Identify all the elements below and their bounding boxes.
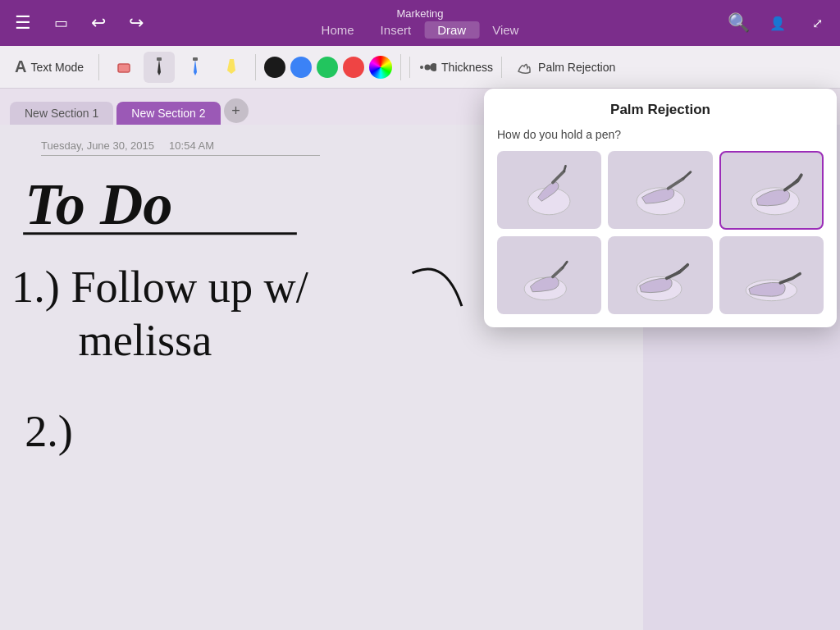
- app-name: Marketing: [308, 7, 532, 20]
- color-blue[interactable]: [290, 57, 312, 78]
- text-mode-button[interactable]: A Text Mode: [8, 54, 90, 80]
- undo-icon[interactable]: ↩: [85, 12, 112, 34]
- color-wheel[interactable]: [369, 56, 392, 79]
- separator-1: [98, 54, 99, 80]
- expand-icon[interactable]: ⤢: [804, 16, 830, 31]
- sidebar-icon[interactable]: ▭: [48, 14, 74, 32]
- grip-option-6[interactable]: [719, 236, 824, 315]
- svg-rect-2: [193, 57, 198, 61]
- highlighter-tool[interactable]: [216, 52, 247, 83]
- svg-text:1.)  Follow up w/: 1.) Follow up w/: [11, 262, 309, 312]
- svg-point-5: [430, 63, 436, 71]
- nav-tab-home[interactable]: Home: [308, 21, 368, 39]
- nav-right-icons: 🔍 👤 ⤢: [725, 12, 830, 34]
- top-nav-bar: ☰ ▭ ↩ ↪ Marketing Home Insert Draw View …: [0, 0, 840, 46]
- nav-tab-insert[interactable]: Insert: [368, 21, 425, 39]
- separator-3: [400, 54, 401, 80]
- grip-option-3[interactable]: [719, 151, 824, 230]
- popup-title: Palm Rejection: [497, 102, 824, 118]
- svg-text:melissa: melissa: [78, 316, 212, 365]
- grip-option-5[interactable]: [608, 236, 712, 314]
- svg-point-4: [425, 64, 431, 70]
- text-mode-letter-icon: A: [15, 57, 26, 76]
- text-mode-label: Text Mode: [30, 61, 84, 74]
- svg-point-3: [420, 66, 423, 69]
- thickness-label: Thickness: [441, 61, 493, 74]
- toolbar: A Text Mode Thickness Palm Rejection: [0, 46, 840, 89]
- redo-icon[interactable]: ↪: [123, 12, 149, 34]
- nav-tabs: Home Insert Draw View: [308, 21, 532, 39]
- svg-rect-1: [157, 57, 162, 61]
- nav-left-icons: ☰ ▭ ↩ ↪: [10, 12, 149, 34]
- svg-rect-0: [118, 64, 130, 72]
- palm-rejection-label: Palm Rejection: [538, 61, 615, 74]
- add-section-button[interactable]: +: [224, 98, 249, 123]
- grip-option-4[interactable]: [497, 236, 601, 314]
- palm-rejection-button[interactable]: Palm Rejection: [507, 57, 623, 78]
- color-green[interactable]: [317, 57, 338, 78]
- search-icon[interactable]: 🔍: [725, 12, 751, 34]
- separator-2: [255, 54, 256, 80]
- grip-option-2[interactable]: [608, 151, 712, 229]
- svg-text:2.): 2.): [25, 407, 73, 456]
- nav-tab-draw[interactable]: Draw: [424, 21, 479, 39]
- section-tab-2[interactable]: New Section 2: [116, 102, 220, 125]
- thickness-button[interactable]: Thickness: [409, 57, 502, 78]
- eraser-tool[interactable]: [107, 52, 139, 83]
- pen-tool-blue[interactable]: [180, 52, 211, 83]
- grip-option-1[interactable]: [497, 151, 601, 229]
- popup-question: How do you hold a pen?: [497, 128, 824, 141]
- menu-icon[interactable]: ☰: [10, 12, 36, 34]
- add-person-icon[interactable]: 👤: [765, 16, 791, 31]
- color-black[interactable]: [264, 57, 285, 78]
- grip-options-grid: [497, 151, 824, 314]
- svg-text:To Do: To Do: [25, 171, 172, 237]
- palm-rejection-popup: Palm Rejection How do you hold a pen?: [484, 89, 837, 327]
- nav-center: Marketing Home Insert Draw View: [308, 7, 532, 39]
- pen-tool-dark[interactable]: [144, 52, 175, 83]
- nav-tab-view[interactable]: View: [479, 21, 532, 39]
- section-tab-1[interactable]: New Section 1: [10, 102, 113, 125]
- color-red[interactable]: [343, 57, 364, 78]
